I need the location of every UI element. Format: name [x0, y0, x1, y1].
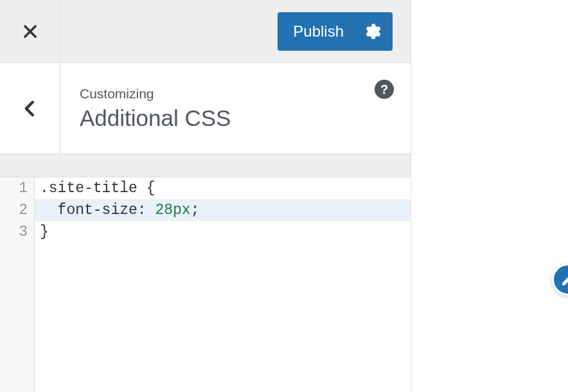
line-number: 2: [0, 199, 28, 221]
back-button[interactable]: [0, 63, 60, 154]
section-title: Additional CSS: [80, 105, 411, 131]
chevron-left-icon: [21, 99, 40, 118]
code-area[interactable]: .site-title { font-size: 28px; }: [35, 177, 411, 392]
publish-button-label: Publish: [278, 22, 358, 40]
code-line: .site-title {: [35, 177, 411, 199]
gear-icon: [364, 23, 381, 40]
code-line: }: [35, 221, 411, 243]
customizer-topbar: Publish: [0, 0, 411, 63]
help-button[interactable]: ?: [375, 80, 394, 99]
section-title-area: Customizing Additional CSS ?: [60, 63, 411, 154]
line-gutter: 1 2 3: [0, 177, 35, 392]
publish-button[interactable]: Publish: [278, 12, 393, 51]
publish-settings-button[interactable]: [358, 12, 393, 51]
css-code-editor[interactable]: 1 2 3 .site-title { font-size: 28px; }: [0, 177, 411, 392]
pencil-icon: [560, 272, 568, 287]
help-icon: ?: [380, 82, 388, 97]
breadcrumb: Customizing: [80, 86, 411, 102]
close-button[interactable]: [0, 0, 60, 62]
line-number: 3: [0, 221, 28, 243]
customizer-sidebar: Publish Customizing Additional CSS ?: [0, 0, 411, 392]
publish-area: Publish: [60, 0, 411, 62]
close-icon: [21, 22, 39, 40]
line-number: 1: [0, 177, 28, 199]
editor-toolbar-spacer: [0, 154, 411, 177]
code-line: font-size: 28px;: [35, 199, 411, 221]
section-header: Customizing Additional CSS ?: [0, 63, 411, 154]
floating-edit-button[interactable]: [552, 263, 568, 296]
